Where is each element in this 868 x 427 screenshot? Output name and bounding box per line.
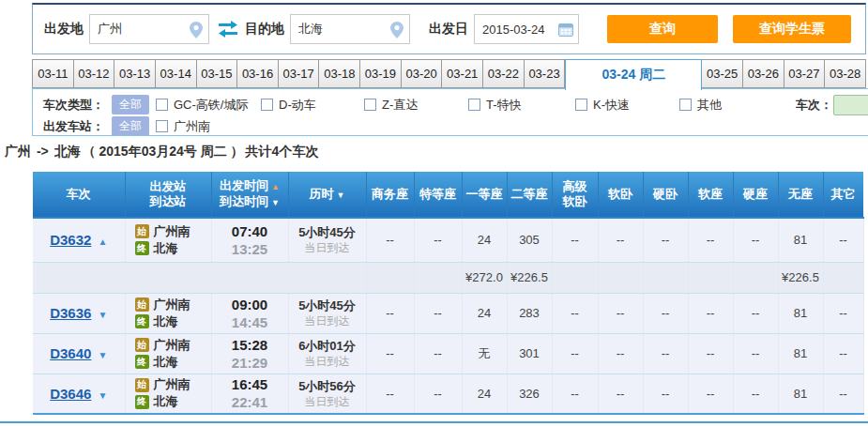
column-header-label: 无座 xyxy=(788,187,813,201)
seat-cell: 305 xyxy=(507,218,552,262)
checkbox-box[interactable] xyxy=(156,99,168,111)
expand-caret-icon[interactable]: ▼ xyxy=(98,390,107,401)
checkbox-train-type-0[interactable]: GC-高铁/城际 xyxy=(156,95,248,114)
station-cell: 始广州南终北海 xyxy=(125,293,211,333)
route-summary: 广州 -> 北海（ 2015年03月24号 周二 ）共计4个车次 xyxy=(5,144,320,160)
terminus-badge: 终 xyxy=(135,355,149,369)
price-cell: ¥226.5 xyxy=(778,262,823,293)
date-tab-03-18[interactable]: 03-18 xyxy=(319,59,360,88)
station-name: 广州南 xyxy=(154,337,190,354)
date-tab-03-28[interactable]: 03-28 xyxy=(825,59,866,88)
date-tab-03-24[interactable]: 03-24 周二 xyxy=(565,59,702,90)
checkbox-box[interactable] xyxy=(468,99,480,111)
date-tab-03-21[interactable]: 03-21 xyxy=(442,59,483,88)
date-label: 出发日 xyxy=(429,21,468,38)
date-tab-03-17[interactable]: 03-17 xyxy=(279,59,320,88)
date-tab-03-19[interactable]: 03-19 xyxy=(360,59,402,88)
train-type-all-badge[interactable]: 全部 xyxy=(112,95,149,114)
station-all-badge[interactable]: 全部 xyxy=(112,116,149,136)
seat-cell: -- xyxy=(552,333,598,374)
date-tab-03-25[interactable]: 03-25 xyxy=(702,59,743,88)
date-tab-03-15[interactable]: 03-15 xyxy=(197,59,238,88)
date-tab-03-12[interactable]: 03-12 xyxy=(74,59,115,88)
price-cell: ¥272.0 xyxy=(462,262,507,293)
seat-cell: -- xyxy=(688,374,733,414)
checkbox-box[interactable] xyxy=(364,99,376,111)
price-cell xyxy=(414,262,462,293)
from-label: 出发地 xyxy=(44,21,84,38)
column-header-label: 其它 xyxy=(831,187,856,201)
station-name: 北海 xyxy=(154,313,178,330)
checkbox-train-type-5[interactable]: 其他 xyxy=(679,95,722,114)
checkbox-train-type-3[interactable]: T-特快 xyxy=(468,95,522,114)
summary-detail: （ 2015年03月24号 周二 ） xyxy=(83,144,244,159)
search-button[interactable]: 查询 xyxy=(607,15,718,43)
date-tab-03-16[interactable]: 03-16 xyxy=(237,59,279,88)
date-tab-03-27[interactable]: 03-27 xyxy=(784,59,826,88)
checkbox-label: K-快速 xyxy=(593,97,630,114)
duration-cell: 5小时56分当日到达 xyxy=(288,374,366,414)
date-tab-03-13[interactable]: 03-13 xyxy=(114,59,156,88)
checkbox-train-type-2[interactable]: Z-直达 xyxy=(364,95,418,114)
column-header-label: 特等座 xyxy=(419,187,456,201)
checkbox-box[interactable] xyxy=(679,99,692,111)
train-link[interactable]: D3640 xyxy=(50,345,91,361)
seat-cell: -- xyxy=(598,374,643,414)
expand-caret-icon[interactable]: ▼ xyxy=(98,350,107,360)
seat-cell: -- xyxy=(598,333,643,374)
seat-cell: -- xyxy=(643,333,688,374)
price-cell xyxy=(733,262,778,293)
arrival-note: 当日到达 xyxy=(289,394,366,409)
seat-cell: -- xyxy=(366,374,414,414)
price-cell xyxy=(366,262,414,293)
expand-caret-icon[interactable]: ▼ xyxy=(98,310,107,320)
checkbox-train-type-4[interactable]: K-快速 xyxy=(575,95,630,114)
checkbox-station-guangzhounan[interactable]: 广州南 xyxy=(156,116,210,136)
duration: 5小时56分 xyxy=(289,378,366,394)
column-header[interactable]: 历时▼ xyxy=(288,172,366,218)
location-pin-icon[interactable] xyxy=(390,22,404,42)
checkbox-box[interactable] xyxy=(261,99,273,111)
sort-desc-icon[interactable]: ▼ xyxy=(271,198,280,207)
location-pin-icon[interactable] xyxy=(190,22,203,42)
seat-cell: -- xyxy=(366,218,414,262)
date-tab-03-11[interactable]: 03-11 xyxy=(32,59,74,88)
date-tab-03-26[interactable]: 03-26 xyxy=(743,59,784,88)
seat-cell: -- xyxy=(733,218,778,262)
train-link[interactable]: D3632 xyxy=(50,232,91,248)
station-name: 广州南 xyxy=(154,297,190,313)
seat-cell: -- xyxy=(688,218,733,262)
date-tab-03-22[interactable]: 03-22 xyxy=(483,59,525,88)
calendar-icon[interactable] xyxy=(558,23,573,40)
collapse-caret-icon[interactable]: ▲ xyxy=(98,236,107,247)
station-name: 广州南 xyxy=(154,223,190,240)
origin-badge: 始 xyxy=(135,338,149,352)
checkbox-train-type-1[interactable]: D-动车 xyxy=(261,95,316,114)
train-link[interactable]: D3646 xyxy=(50,386,91,402)
depart-station-label: 出发车站： xyxy=(43,116,104,136)
column-header-label: 一等座 xyxy=(466,187,503,201)
from-input-wrap xyxy=(89,14,209,44)
seat-cell: 301 xyxy=(507,333,552,374)
train-type-label: 车次类型： xyxy=(43,95,104,114)
train-link[interactable]: D3636 xyxy=(50,305,91,321)
student-ticket-button[interactable]: 查询学生票 xyxy=(733,15,851,43)
date-tab-03-20[interactable]: 03-20 xyxy=(402,59,443,88)
arrive-time: 13:25 xyxy=(212,240,288,258)
duration: 6小时01分 xyxy=(289,338,366,354)
checkbox-box[interactable] xyxy=(156,120,168,132)
column-header[interactable]: 出发时间▲到达时间▼ xyxy=(211,172,288,218)
time-cell: 15:2821:29 xyxy=(211,333,288,374)
swap-stations-icon[interactable] xyxy=(217,21,239,38)
seat-cell: -- xyxy=(643,374,688,414)
date-tab-03-14[interactable]: 03-14 xyxy=(156,59,197,88)
depart-time: 16:45 xyxy=(212,375,288,393)
checkbox-box[interactable] xyxy=(575,99,587,111)
train-no-input[interactable] xyxy=(833,95,868,115)
sort-desc-icon[interactable]: ▼ xyxy=(337,191,345,200)
train-no-cell: D3632▲ xyxy=(33,218,125,262)
sort-asc-icon[interactable]: ▲ xyxy=(271,182,280,191)
column-header: 软卧 xyxy=(598,172,643,218)
seat-cell: -- xyxy=(552,293,598,333)
date-tab-03-23[interactable]: 03-23 xyxy=(525,59,566,88)
